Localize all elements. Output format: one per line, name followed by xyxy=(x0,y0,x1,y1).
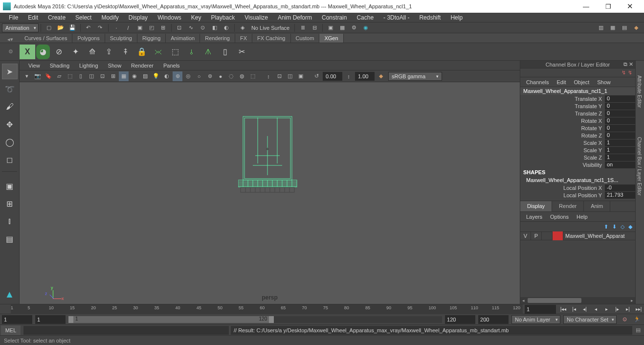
use-lights-icon[interactable]: 💡 xyxy=(151,71,161,81)
shelf-tab-curves-surfaces[interactable]: Curves / Surfaces xyxy=(20,34,72,43)
smooth-shade-icon[interactable]: ◉ xyxy=(130,71,139,81)
panel-menu-lighting[interactable]: Lighting xyxy=(74,62,103,69)
wireframe-icon[interactable]: ▦ xyxy=(119,71,129,81)
step-back-icon[interactable]: ◂| xyxy=(580,305,590,314)
move-tool[interactable]: ✥ xyxy=(2,116,18,132)
layer-menu-help[interactable]: Help xyxy=(573,213,592,221)
range-end-all-field[interactable]: 200 xyxy=(478,315,509,324)
layout-quad-icon[interactable]: ⊞ xyxy=(2,196,18,211)
lasso-tool[interactable]: ➰ xyxy=(2,81,18,97)
attr-value-field[interactable]: on xyxy=(605,161,635,168)
play-fwd-icon[interactable]: ▸ xyxy=(601,305,611,314)
select-tool[interactable]: ➤ xyxy=(2,64,18,79)
attr-value-field[interactable]: -0 xyxy=(605,184,635,191)
step-back-key-icon[interactable]: |◂ xyxy=(569,305,579,314)
xgen-grass3-icon[interactable]: ⩚ xyxy=(200,45,216,59)
snap-plane-icon[interactable]: ◧ xyxy=(210,23,220,33)
undo-icon[interactable]: ↶ xyxy=(84,23,93,33)
panel-menu-panels[interactable]: Panels xyxy=(158,62,185,69)
attr-value-field[interactable]: 21.793 xyxy=(605,192,635,199)
layout-single-icon[interactable]: ▣ xyxy=(2,178,18,194)
gate-mask-icon[interactable]: ◫ xyxy=(87,71,96,81)
image-plane-icon[interactable]: ▱ xyxy=(54,71,64,81)
panel-menu-shading[interactable]: Shading xyxy=(45,62,74,69)
attr-value-field[interactable]: 0 xyxy=(605,95,635,102)
panel-layout-3-icon[interactable]: ▤ xyxy=(620,23,629,33)
paint-select-tool[interactable]: 🖌 xyxy=(2,99,18,115)
menu-constrain[interactable]: Constrain xyxy=(317,13,352,22)
channel-ico2[interactable]: ↯ xyxy=(628,69,632,76)
xgen-open-icon[interactable]: X xyxy=(20,45,35,59)
layer-tab-display[interactable]: Display xyxy=(520,201,552,211)
channel-menu-show[interactable]: Show xyxy=(593,78,615,86)
bookmark-icon[interactable]: 🔖 xyxy=(44,71,53,81)
menu-anim-deform[interactable]: Anim Deform xyxy=(273,13,317,22)
layer-tab-anim[interactable]: Anim xyxy=(584,201,610,211)
layer-new-icon[interactable]: ◆ xyxy=(628,224,632,230)
render-settings-icon[interactable]: ⚙ xyxy=(349,23,359,33)
expose-icon[interactable]: ◫ xyxy=(285,71,295,81)
shelf-tab-sculpting[interactable]: Sculpting xyxy=(105,34,137,43)
attr-value-field[interactable]: 0 xyxy=(605,125,635,132)
layout-outliner-icon[interactable]: ▤ xyxy=(2,231,18,247)
range-handle-right[interactable] xyxy=(269,316,274,323)
anim-layer-select[interactable]: No Anim Layer xyxy=(511,315,560,324)
layout-vert-icon[interactable]: ⫿ xyxy=(2,213,18,229)
textured-icon[interactable]: ▨ xyxy=(140,71,150,81)
select-edge-icon[interactable]: / xyxy=(123,23,133,33)
xray-icon[interactable]: ◎ xyxy=(183,71,193,81)
film-gate-icon[interactable]: ⬚ xyxy=(65,71,75,81)
history-icon[interactable]: ≣ xyxy=(298,23,308,33)
save-scene-icon[interactable]: 💾 xyxy=(67,23,77,33)
play-back-icon[interactable]: ◂ xyxy=(591,305,600,314)
shelf-tab-xgen[interactable]: XGen xyxy=(319,34,343,43)
range-slider-track[interactable]: 1 120 xyxy=(68,316,442,323)
scroll-left-icon[interactable]: ◂ xyxy=(522,298,525,303)
camera-select-icon[interactable]: ▾ xyxy=(22,71,32,81)
attr-value-field[interactable]: 1 xyxy=(605,147,635,154)
attr-editor-tab[interactable]: Attribute Editor xyxy=(636,61,643,122)
menu-create[interactable]: Create xyxy=(43,13,70,22)
layer-menu-options[interactable]: Options xyxy=(546,213,573,221)
grid-icon[interactable]: ⊞ xyxy=(108,71,118,81)
attr-value-field[interactable]: 1 xyxy=(605,154,635,161)
xgen-paint-icon[interactable]: ✦ xyxy=(67,45,83,59)
xgen-region-icon[interactable]: ▯ xyxy=(217,45,233,59)
live-surface-icon[interactable]: ◈ xyxy=(238,23,247,33)
range-handle-left[interactable] xyxy=(68,316,73,323)
select-face-icon[interactable]: ▣ xyxy=(135,23,145,33)
channel-menu-channels[interactable]: Channels xyxy=(522,78,553,86)
xgen-lock-icon[interactable]: 🔒 xyxy=(134,45,150,59)
panel-menu-view[interactable]: View xyxy=(23,62,45,69)
new-scene-icon[interactable]: ▢ xyxy=(44,23,54,33)
camera-icon[interactable]: 📷 xyxy=(33,71,43,81)
xgen-create-icon[interactable]: ◕ xyxy=(36,45,50,59)
motion-blur-icon[interactable]: ⊚ xyxy=(205,71,215,81)
layer-tab-render[interactable]: Render xyxy=(552,201,584,211)
snap-curve-icon[interactable]: ∿ xyxy=(186,23,196,33)
color-profile-icon[interactable]: ◆ xyxy=(376,71,386,81)
construction-history-icon[interactable]: ⊟ xyxy=(310,23,319,33)
shelf-tab-rigging[interactable]: Rigging xyxy=(137,34,166,43)
xgen-guide2-icon[interactable]: ⤉ xyxy=(117,45,133,59)
close-panel-icon[interactable]: ✕ xyxy=(629,61,633,68)
ao-icon[interactable]: ● xyxy=(216,71,225,81)
menu-redshift[interactable]: Redshift xyxy=(414,13,445,22)
rotate-tool[interactable]: ◯ xyxy=(2,134,18,150)
menu-key[interactable]: Key xyxy=(186,13,206,22)
step-fwd-icon[interactable]: |▸ xyxy=(612,305,622,314)
channel-menu-edit[interactable]: Edit xyxy=(553,78,570,86)
xgen-brush1-icon[interactable]: ⟰ xyxy=(84,45,100,59)
pin-icon[interactable]: ⧉ xyxy=(623,61,627,68)
panel-layout-4-icon[interactable]: ◆ xyxy=(631,23,641,33)
layer-name[interactable]: Maxwell_Wheel_Apparat xyxy=(563,233,635,239)
wireframe-shaded-icon[interactable]: ⊛ xyxy=(173,71,182,81)
menu-display[interactable]: Display xyxy=(124,13,153,22)
scroll-thumb[interactable] xyxy=(528,298,581,303)
xgen-grass1-icon[interactable]: ⩙ xyxy=(151,45,166,59)
snap-live-icon[interactable]: ◐ xyxy=(222,23,231,33)
layer-type-toggle[interactable] xyxy=(542,231,553,240)
xray-joints-icon[interactable]: ○ xyxy=(194,71,204,81)
shelf-editor-icon[interactable]: ⚙ xyxy=(5,48,17,55)
script-lang-toggle[interactable]: MEL xyxy=(1,325,21,335)
